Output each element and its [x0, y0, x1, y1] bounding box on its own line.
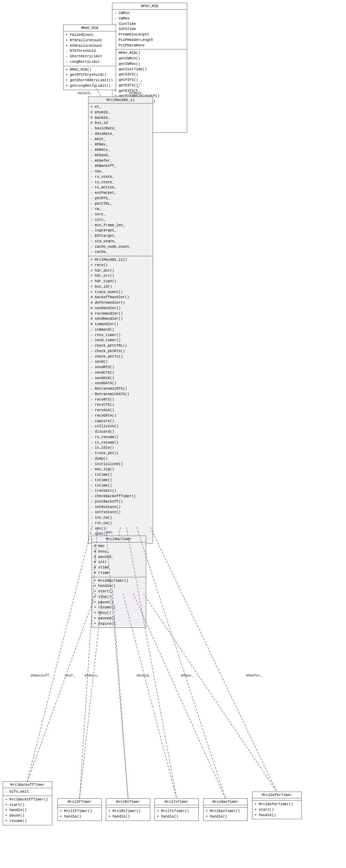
method-item: # sendHandler() — [91, 316, 151, 322]
attr-item: - slrc_ — [91, 217, 151, 223]
label-mhsend: mhSend_ — [137, 674, 151, 678]
method-item: - collision() — [91, 424, 151, 429]
method-item: - rx_resume() — [91, 435, 151, 440]
diagram-container: MPHY_MIB - CWMin - CWMax - SlotTime - SI… — [0, 0, 346, 868]
svg-line-8 — [143, 594, 277, 792]
method-item: + start() — [254, 807, 299, 813]
method-item: + MPHY_MIB() — [114, 50, 185, 56]
attr-item: - cw_ — [91, 206, 151, 212]
mrclnav-timer-attrs — [204, 805, 247, 808]
method-item: + stop() — [94, 594, 144, 600]
method-item: + hdr_dst() — [91, 268, 151, 274]
mphy-mib-attrs: - CWMin - CWMax - SlotTime - SIFSTime - … — [112, 10, 187, 49]
method-item: - recv_timer() — [91, 333, 151, 338]
attr-item: - PreambleLength — [114, 32, 185, 38]
method-item: - txtime() — [91, 472, 151, 478]
mrclmac802-11-box: MrclMac802_11 + et_ # phymib_ # macmib_ … — [88, 97, 153, 544]
svg-line-7 — [133, 594, 225, 798]
method-item: # recvHandler() — [91, 311, 151, 317]
attr-item: - dataRate_ — [91, 131, 151, 137]
method-item: - discard() — [91, 429, 151, 435]
method-item: + expire() — [94, 621, 144, 627]
label-mhnav: mhNav_ — [181, 674, 193, 678]
mrclmac-timer-box: MrclMacTimer # mac # busy_ # paused_ # i… — [92, 536, 146, 628]
method-item: - recvCTS() — [91, 402, 151, 408]
mrcldefer-timer-box: MrclDeferTimer + MrclDeferTimer() + star… — [252, 792, 302, 819]
attr-item: - min_frame_len_ — [91, 223, 151, 228]
mrcltx-timer-methods: + MrclTxTimer() + handle() — [155, 808, 198, 821]
method-item: - tx_resume() — [91, 440, 151, 446]
method-item: + getCWMin() — [114, 56, 185, 61]
mrclrx-timer-title: MrclRxTimer — [106, 799, 150, 805]
method-item: - sendDATA() — [91, 381, 151, 386]
mrclmac-timer-attrs: # mac # busy_ # paused_ # intr # stime #… — [92, 542, 146, 577]
svg-line-13 — [137, 527, 225, 798]
method-item: - check_pktTx() — [91, 354, 151, 360]
method-item: + handle() — [60, 814, 99, 820]
method-item: + MrclTxTimer() — [157, 809, 196, 814]
method-item: + MrclMac802_11() — [91, 257, 151, 263]
attr-item: # stime — [94, 565, 144, 570]
method-item: - send() — [91, 359, 151, 365]
attr-item: - basicRate_ — [91, 126, 151, 131]
label-phymib: phymib_ — [129, 91, 143, 95]
attr-item: - LongRetryLimit — [66, 59, 114, 65]
mphy-mib-title: MPHY_MIB — [112, 3, 187, 10]
attr-item: # rtime — [94, 570, 144, 576]
mrclmac-timer-title: MrclMacTimer — [92, 536, 146, 542]
attr-item: - tx_active_ — [91, 185, 151, 190]
attr-item: - rx_state_ — [91, 174, 151, 180]
method-item: - setRxState() — [91, 505, 151, 510]
method-item: - is_idle() — [91, 445, 151, 451]
attr-item: - sta_seqno_ — [91, 239, 151, 244]
method-item: - sendACK() — [91, 376, 151, 381]
attr-item: - cache_ — [91, 249, 151, 255]
attr-item: - logtarget_ — [91, 228, 151, 233]
mrclbackoff-timer-attrs: - difs_wait — [3, 788, 52, 796]
attr-item: # mac — [94, 544, 144, 549]
method-item: - recvACK() — [91, 408, 151, 413]
attr-item: - PLCPDataRate — [114, 43, 185, 48]
method-item: + getSIFS() — [114, 72, 185, 77]
attr-item: - pktRTS_ — [91, 196, 151, 201]
attr-item: + FailedCount — [66, 32, 114, 38]
method-item: + MrclMacTimer() — [94, 578, 144, 584]
attr-item: - mhDefer_ — [91, 158, 151, 164]
method-item: - initialized() — [91, 462, 151, 467]
mrclmac802-11-methods: + MrclMac802_11() + recv() + hdr_dst() +… — [88, 256, 153, 543]
mrclrx-timer-attrs — [106, 805, 150, 808]
method-item: - checkBackoffTimer() — [91, 494, 151, 499]
label-mhdefer: mhDefer_ — [246, 674, 262, 678]
method-item: - mac_log() — [91, 467, 151, 472]
mrcltx-timer-attrs — [155, 805, 198, 808]
attr-item: # busy_ — [94, 549, 144, 554]
attr-item: - CWMax — [114, 16, 185, 21]
mrclnav-timer-title: MrclNavTimer — [204, 799, 247, 805]
method-item: + busy() — [94, 610, 144, 616]
attr-item: - mhNav_ — [91, 142, 151, 147]
label-mac: mac — [107, 531, 113, 534]
attr-item: - PLCPHeaderLength — [114, 38, 185, 43]
attr-item: - mhRecv_ — [91, 147, 151, 153]
attr-item: # macmib_ — [91, 115, 151, 121]
method-item: - sendRTS() — [91, 365, 151, 370]
attr-item: # phymib_ — [91, 110, 151, 115]
mrclbackoff-timer-title: MrclBackoffTimer — [3, 782, 52, 788]
method-item: + getEIFS() — [114, 88, 185, 94]
attr-item: + et_ — [91, 104, 151, 110]
method-item: + bss_id() — [91, 284, 151, 290]
mrcldefer-timer-title: MrclDeferTimer — [252, 792, 301, 798]
label-macmib: macmib_ — [78, 91, 92, 95]
method-item: # txHandler() — [91, 322, 151, 327]
method-item: + hdr_type() — [91, 279, 151, 284]
mrcltx-timer-title: MrclTxTimer — [155, 799, 198, 805]
attr-item: - eotPacket_ — [91, 190, 151, 196]
method-item: + handle() — [157, 814, 196, 820]
method-item: + resume() — [94, 605, 144, 610]
method-item: # backoffHandler() — [91, 295, 151, 300]
mmac-mib-methods: + MMAC_MIB() + getRTSThreshold() + getSh… — [64, 66, 116, 90]
attr-item: - difs_wait — [5, 789, 50, 795]
method-item: + hdr_src() — [91, 273, 151, 279]
method-item: - command() — [91, 327, 151, 333]
attr-item: - mhSend_ — [91, 153, 151, 158]
